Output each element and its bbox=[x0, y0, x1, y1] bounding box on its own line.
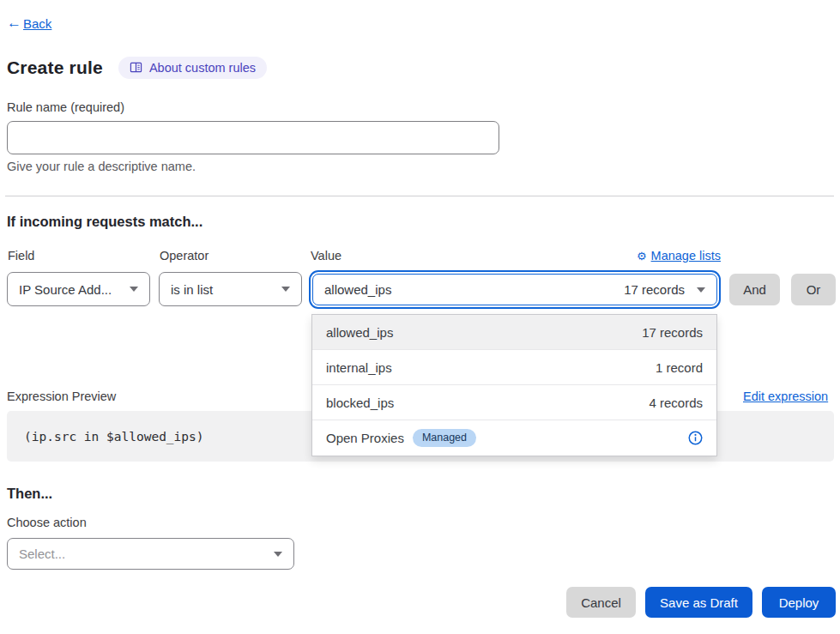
operator-label: Operator bbox=[160, 249, 208, 263]
list-item-name: blocked_ips bbox=[326, 395, 394, 410]
expression-code: (ip.src in $allowed_ips) bbox=[24, 430, 204, 444]
field-label: Field bbox=[8, 249, 34, 263]
and-button[interactable]: And bbox=[729, 274, 780, 305]
value-select[interactable]: allowed_ips 17 records bbox=[312, 274, 717, 305]
create-rule-page: ←Back Create rule About custom rules Rul… bbox=[0, 0, 840, 634]
expression-preview-label: Expression Preview bbox=[7, 389, 116, 403]
edit-expression-link[interactable]: Edit expression bbox=[743, 389, 828, 403]
save-as-draft-button[interactable]: Save as Draft bbox=[645, 587, 752, 618]
list-item-name: allowed_ips bbox=[326, 325, 393, 340]
chevron-down-icon bbox=[130, 287, 138, 292]
match-section-heading: If incoming requests match... bbox=[7, 214, 202, 230]
back-link[interactable]: ←Back bbox=[7, 15, 51, 32]
choose-action-label: Choose action bbox=[7, 516, 87, 529]
operator-select[interactable]: is in list bbox=[159, 272, 302, 306]
list-item-name: internal_ips bbox=[326, 360, 392, 375]
or-button[interactable]: Or bbox=[791, 274, 836, 305]
info-icon[interactable] bbox=[688, 431, 703, 445]
cancel-button[interactable]: Cancel bbox=[566, 587, 636, 618]
field-select-value: IP Source Add... bbox=[19, 282, 112, 297]
list-item[interactable]: blocked_ips 4 records bbox=[312, 385, 716, 420]
deploy-button[interactable]: Deploy bbox=[762, 587, 836, 618]
about-badge-label: About custom rules bbox=[149, 61, 256, 75]
value-dropdown-menu: allowed_ips 17 records internal_ips 1 re… bbox=[311, 314, 717, 456]
value-select-value: allowed_ips bbox=[324, 282, 391, 297]
chevron-down-icon bbox=[281, 287, 290, 292]
back-arrow-icon: ← bbox=[7, 15, 21, 32]
gear-icon: ⚙ bbox=[637, 251, 647, 262]
about-custom-rules-link[interactable]: About custom rules bbox=[118, 57, 267, 79]
back-link-label: Back bbox=[23, 16, 51, 31]
field-select[interactable]: IP Source Add... bbox=[7, 272, 150, 306]
action-select[interactable]: Select... bbox=[7, 538, 294, 570]
action-select-placeholder: Select... bbox=[19, 546, 65, 561]
chevron-down-icon bbox=[274, 552, 282, 557]
list-item-record-count: 17 records bbox=[642, 325, 703, 340]
page-title: Create rule bbox=[7, 57, 103, 78]
chevron-down-icon bbox=[697, 287, 705, 293]
list-item-record-count: 1 record bbox=[656, 360, 703, 375]
operator-select-value: is in list bbox=[171, 282, 213, 297]
section-divider bbox=[5, 196, 834, 196]
list-item-record-count: 4 records bbox=[649, 395, 703, 410]
managed-badge: Managed bbox=[413, 429, 476, 447]
rule-name-input[interactable] bbox=[7, 121, 499, 154]
rule-name-label: Rule name (required) bbox=[7, 100, 124, 114]
value-select-record-count: 17 records bbox=[624, 282, 685, 297]
list-item[interactable]: internal_ips 1 record bbox=[312, 350, 716, 385]
then-section-heading: Then... bbox=[7, 486, 52, 502]
book-icon bbox=[130, 62, 142, 74]
rule-name-helper-text: Give your rule a descriptive name. bbox=[7, 160, 196, 173]
value-label: Value bbox=[311, 249, 341, 263]
list-item[interactable]: allowed_ips 17 records bbox=[312, 315, 716, 350]
manage-lists-label: Manage lists bbox=[651, 249, 721, 263]
list-item[interactable]: Open Proxies Managed bbox=[312, 420, 716, 456]
title-row: Create rule About custom rules bbox=[7, 57, 267, 79]
manage-lists-link[interactable]: ⚙ Manage lists bbox=[625, 249, 721, 263]
list-item-name: Open Proxies bbox=[326, 431, 404, 445]
